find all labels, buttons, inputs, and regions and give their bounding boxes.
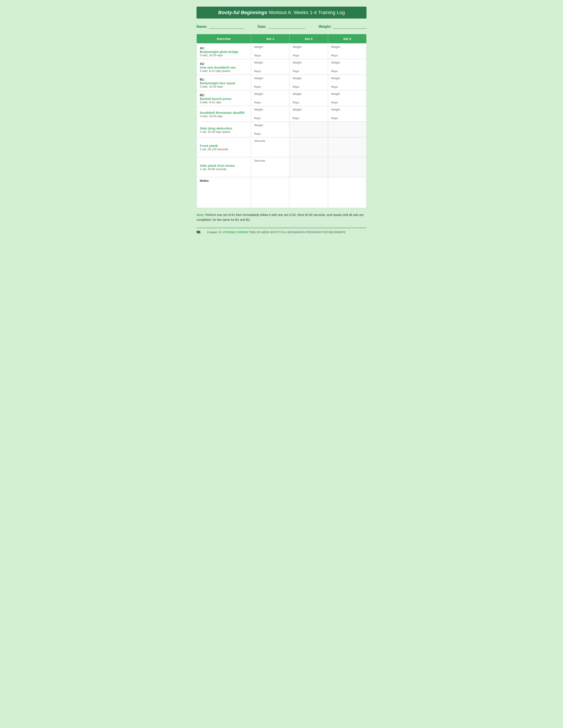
f-s3 — [328, 157, 366, 177]
col-set2: Set 2 — [290, 34, 328, 43]
exercise-sets-a2: 3 sets, 8-12 reps (each) — [200, 69, 248, 73]
b1-s2-top: Weight — [290, 75, 328, 84]
d-s3-bottom — [328, 131, 366, 137]
c-s3-bottom: Reps — [328, 116, 366, 122]
exercise-sets-d: 1 set, 15-30 reps (each) — [200, 130, 248, 133]
exercise-name-b2: Barbell bench press — [200, 97, 248, 101]
a2-s3-bottom: Reps — [328, 69, 366, 75]
a1-s3-top: Weight — [328, 43, 366, 53]
date-line — [268, 25, 306, 29]
page-number: 96 — [196, 230, 200, 234]
notes-set3 — [328, 177, 366, 208]
exercise-name-d: Side lying abduction — [200, 126, 248, 130]
table-header-row: Exercise Set 1 Set 2 Set 3 — [197, 34, 367, 43]
exercise-sets-f: 1 set, 20-60 seconds — [200, 167, 248, 171]
workout-table: Exercise Set 1 Set 2 Set 3 A1: Bodyweigh… — [196, 34, 367, 208]
b2-s3-top: Weight — [328, 90, 366, 100]
c-s2-top: Weight — [290, 106, 328, 116]
exercise-name-a2: One arm dumbbell row — [200, 66, 248, 69]
notes-label: Notes: — [200, 179, 248, 182]
d-s3-top — [328, 122, 366, 131]
name-line — [209, 25, 244, 29]
header-title-rest: Workout A: Weeks 1-4 Training Log — [267, 10, 345, 15]
footer-note-text: Perform one set of A1 then immediately f… — [196, 213, 364, 221]
table-row: Side plank from knees 1 set, 20-60 secon… — [197, 157, 367, 177]
notes-set1 — [251, 177, 290, 208]
a1-s1-bottom: Reps — [251, 53, 290, 59]
name-field: Name: — [196, 25, 244, 29]
table-row: Side lying abduction 1 set, 15-30 reps (… — [197, 122, 367, 131]
c-s1-top: Weight — [251, 106, 290, 116]
exercise-name-b1: Bodyweight box squat — [200, 81, 248, 85]
weight-label: Weight: — [319, 25, 332, 29]
b1-s1-top: Weight — [251, 75, 290, 84]
footer-note: Note: Perform one set of A1 then immedia… — [196, 212, 367, 222]
exercise-sets-c: 3 sets, 10-20 reps — [200, 114, 248, 118]
exercise-sets-e: 1 set, 20-120 seconds — [200, 148, 248, 151]
exercise-c: Dumbbell Romanian deadlift 3 sets, 10-20… — [197, 106, 251, 122]
exercise-sets-b2: 3 sets, 8-12 reps — [200, 101, 248, 104]
exercise-name-e: Front plank — [200, 144, 248, 148]
table-row: Front plank 1 set, 20-120 seconds Second… — [197, 137, 367, 157]
a1-s3-bottom: Reps — [328, 53, 366, 59]
exercise-a2: A2: One arm dumbbell row 3 sets, 8-12 re… — [197, 59, 251, 75]
b2-s2-top: Weight — [290, 90, 328, 100]
info-row: Name: Date: Weight: — [196, 25, 367, 29]
c-s2-bottom: Reps — [290, 116, 328, 122]
a1-s2-bottom: Reps — [290, 53, 328, 59]
a2-s1-top: Weight — [251, 59, 290, 69]
exercise-name-c: Dumbbell Romanian deadlift — [200, 111, 248, 114]
exercise-e: Front plank 1 set, 20-120 seconds — [197, 137, 251, 157]
b1-s3-top: Weight — [328, 75, 366, 84]
footer-note-label: Note: — [196, 213, 204, 217]
table-row-notes: Notes: — [197, 177, 367, 208]
exercise-label-a2: A2: — [200, 62, 248, 66]
exercise-b1: B1: Bodyweight box squat 3 sets, 10-20 r… — [197, 75, 251, 90]
table-row: A1: Bodyweight glute bridge 3 sets, 10-2… — [197, 43, 367, 53]
chapter-italic: STRONG CURVES — [223, 231, 248, 234]
a1-s1-top: Weight — [251, 43, 290, 53]
a2-s2-bottom: Reps — [290, 69, 328, 75]
weight-field: Weight: — [319, 25, 367, 29]
b2-s1-top: Weight — [251, 90, 290, 100]
header-bar: Booty-ful Beginnings Workout A: Weeks 1-… — [196, 7, 367, 19]
b1-s3-bottom: Reps — [328, 84, 366, 90]
b2-s2-bottom: Reps — [290, 100, 328, 106]
notes-set2 — [290, 177, 328, 208]
date-field: Date: — [258, 25, 306, 29]
d-s2-top — [290, 122, 328, 131]
col-set3: Set 3 — [328, 34, 366, 43]
d-s2-bottom — [290, 131, 328, 137]
table-row: A2: One arm dumbbell row 3 sets, 8-12 re… — [197, 59, 367, 69]
exercise-label-b1: B1: — [200, 78, 248, 81]
e-s3 — [328, 137, 366, 157]
d-s1-top: Weight — [251, 122, 290, 131]
e-s2 — [290, 137, 328, 157]
exercise-a1: A1: Bodyweight glute bridge 3 sets, 10-2… — [197, 43, 251, 59]
name-label: Name: — [196, 25, 207, 29]
table-row: B1: Bodyweight box squat 3 sets, 10-20 r… — [197, 75, 367, 84]
exercise-b2: B2: Barbell bench press 3 sets, 8-12 rep… — [197, 90, 251, 106]
a2-s3-top: Weight — [328, 59, 366, 69]
chapter-suffix: TWELVE-WEEK BOOTY-FUL BEGINNINGS PROGRAM… — [248, 231, 346, 234]
chapter-prefix: Chapter 10: — [207, 231, 223, 234]
exercise-label-b2: B2: — [200, 93, 248, 97]
header-title-bold: Booty-ful Beginnings — [218, 10, 267, 15]
f-s2 — [290, 157, 328, 177]
page-footer: 96 Chapter 10: STRONG CURVES TWELVE-WEEK… — [196, 228, 367, 234]
exercise-sets-b1: 3 sets, 10-20 reps — [200, 85, 248, 88]
table-row: B2: Barbell bench press 3 sets, 8-12 rep… — [197, 90, 367, 100]
col-exercise: Exercise — [197, 34, 251, 43]
a1-s2-top: Weight — [290, 43, 328, 53]
notes-cell: Notes: — [197, 177, 251, 208]
b1-s1-bottom: Reps — [251, 84, 290, 90]
c-s3-top: Weight — [328, 106, 366, 116]
d-s1-bottom: Reps — [251, 131, 290, 137]
table-row: Dumbbell Romanian deadlift 3 sets, 10-20… — [197, 106, 367, 116]
exercise-f: Side plank from knees 1 set, 20-60 secon… — [197, 157, 251, 177]
exercise-name-a1: Bodyweight glute bridge — [200, 50, 248, 54]
c-s1-bottom: Reps — [251, 116, 290, 122]
b2-s3-bottom: Reps — [328, 100, 366, 106]
exercise-label-a1: A1: — [200, 46, 248, 50]
b1-s2-bottom: Reps — [290, 84, 328, 90]
